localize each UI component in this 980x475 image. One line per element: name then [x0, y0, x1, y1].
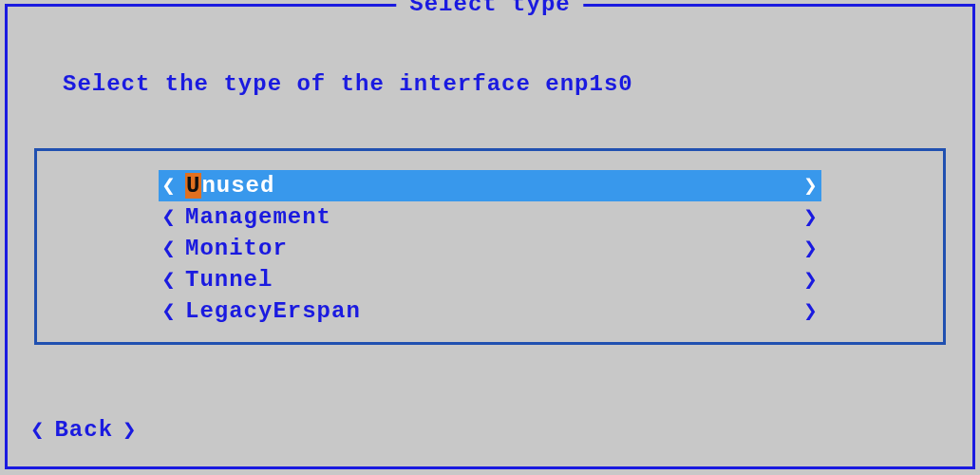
accelerator-key: U — [185, 173, 201, 199]
option-label: LegacyErspan — [178, 298, 361, 324]
dialog-frame: Select type Select the type of the inter… — [5, 4, 975, 469]
option-management[interactable]: ❮ Management ❯ — [159, 201, 821, 233]
option-label-rest: nused — [201, 173, 274, 199]
option-tunnel[interactable]: ❮ Tunnel ❯ — [159, 264, 821, 295]
chevron-left-icon: ❮ — [159, 172, 178, 200]
dialog-prompt: Select the type of the interface enp1s0 — [63, 71, 633, 97]
chevron-left-icon: ❮ — [27, 416, 48, 444]
back-button[interactable]: ❮ Back ❯ — [27, 416, 141, 444]
chevron-left-icon: ❮ — [159, 235, 178, 262]
back-label: Back — [48, 417, 119, 443]
chevron-left-icon: ❮ — [159, 297, 178, 325]
option-label: Management — [178, 204, 331, 230]
chevron-right-icon: ❯ — [802, 266, 821, 294]
chevron-right-icon: ❯ — [802, 297, 821, 325]
options-listbox: ❮ Unused ❯ ❮ Management ❯ ❮ Monitor ❯ ❮ … — [34, 148, 946, 345]
chevron-right-icon: ❯ — [802, 172, 821, 200]
chevron-left-icon: ❮ — [159, 203, 178, 231]
option-unused[interactable]: ❮ Unused ❯ — [159, 170, 821, 201]
option-label: Tunnel — [178, 267, 273, 293]
option-legacyerspan[interactable]: ❮ LegacyErspan ❯ — [159, 295, 821, 327]
option-monitor[interactable]: ❮ Monitor ❯ — [159, 233, 821, 264]
option-label: Unused — [178, 173, 274, 199]
chevron-right-icon: ❯ — [119, 416, 141, 444]
dialog-title: Select type — [396, 0, 583, 17]
chevron-right-icon: ❯ — [802, 235, 821, 262]
option-label: Monitor — [178, 236, 288, 261]
chevron-right-icon: ❯ — [802, 203, 821, 231]
chevron-left-icon: ❮ — [159, 266, 178, 294]
